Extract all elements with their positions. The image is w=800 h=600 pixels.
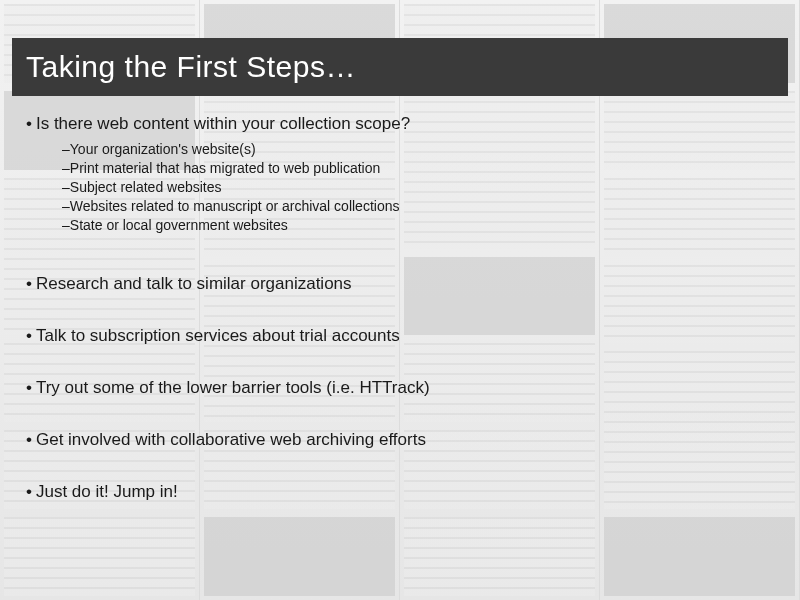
bullet-main: •Research and talk to similar organizati… [26, 274, 774, 294]
sub-list: –Your organization's website(s) –Print m… [62, 140, 774, 234]
bullet-main: •Try out some of the lower barrier tools… [26, 378, 774, 398]
bullet-text: Just do it! Jump in! [36, 482, 178, 501]
bullet-text: Research and talk to similar organizatio… [36, 274, 352, 293]
bullet-text: Get involved with collaborative web arch… [36, 430, 426, 449]
bullet-text: Talk to subscription services about tria… [36, 326, 400, 345]
sub-item: –Your organization's website(s) [62, 140, 774, 159]
slide-body: •Is there web content within your collec… [26, 114, 774, 588]
bullet-text: Try out some of the lower barrier tools … [36, 378, 430, 397]
title-bar: Taking the First Steps… [12, 38, 788, 96]
bullet-text: Is there web content within your collect… [36, 114, 410, 133]
sub-item: –Print material that has migrated to web… [62, 159, 774, 178]
bullet-main: •Get involved with collaborative web arc… [26, 430, 774, 450]
slide-title: Taking the First Steps… [26, 50, 356, 84]
sub-item: –State or local government websites [62, 216, 774, 235]
sub-item: –Websites related to manuscript or archi… [62, 197, 774, 216]
bullet-main: •Just do it! Jump in! [26, 482, 774, 502]
bullet-main: •Talk to subscription services about tri… [26, 326, 774, 346]
bullet-main: •Is there web content within your collec… [26, 114, 774, 134]
sub-item: –Subject related websites [62, 178, 774, 197]
slide: Taking the First Steps… •Is there web co… [12, 12, 788, 588]
